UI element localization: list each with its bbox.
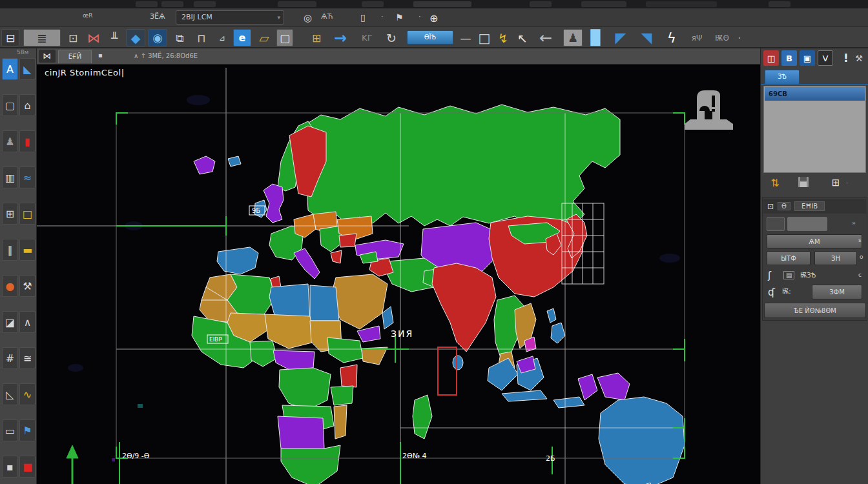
e-tool-icon[interactable]: e (233, 29, 251, 46)
titlebar-button[interactable] (161, 1, 183, 7)
sine-tool[interactable]: ∿ (19, 383, 36, 405)
polyline-icon[interactable]: ϟ (661, 29, 682, 46)
button-b[interactable]: ЗΗ (814, 251, 857, 265)
titlebar-button[interactable] (646, 1, 717, 7)
text-a-tool[interactable]: A (2, 58, 18, 80)
dot-tool[interactable]: ▪ (2, 456, 18, 478)
green-folder-icon[interactable]: ⊞ (307, 29, 326, 46)
bowtie-tab-icon[interactable]: ⋈ (39, 50, 56, 63)
box-pen-icon[interactable]: ⊞ (828, 175, 843, 190)
titlebar-button[interactable] (581, 1, 626, 7)
mini-select[interactable] (767, 217, 785, 231)
refresh-icon[interactable]: ↻ (381, 29, 402, 46)
panel-toggle-icon[interactable]: ⊟ (1, 29, 19, 46)
blue-b-icon[interactable]: B (781, 50, 797, 66)
panels-tool[interactable]: ▥ (2, 166, 18, 188)
folder-icon[interactable]: ⊡ (767, 202, 774, 211)
blue-doc-icon[interactable]: ▣ (800, 50, 815, 66)
hammer-tool[interactable]: ⚒ (19, 275, 36, 297)
home-tool[interactable]: ⌂ (19, 94, 36, 116)
chevron-up-tool[interactable]: ∧ (19, 311, 36, 333)
ribbon-icon[interactable]: ◥ (636, 29, 657, 46)
person-icon[interactable]: ♟ (563, 29, 583, 46)
mini-select[interactable] (787, 217, 827, 231)
world-map[interactable]: 9Б ЕΙΒР ЗИЯ 2Ѳ/9 -Ѳ 2Ѳ№ 4 2Б (37, 65, 760, 484)
toolbar-label[interactable]: ѬΘ (710, 29, 734, 46)
titlebar-button[interactable] (278, 1, 316, 7)
menu-item-a[interactable]: ѦЋ (321, 12, 333, 21)
bottom-wide-button[interactable]: ѢЕ ЍΘ№8ΘΜ (764, 303, 866, 318)
titlebar-button[interactable] (194, 1, 216, 7)
lightning-icon[interactable]: ↯ (495, 29, 512, 46)
wave-tool[interactable]: ≈ (19, 166, 36, 188)
layer-listbox[interactable]: 69CB (763, 86, 866, 173)
hand-icon[interactable]: ʠ (768, 287, 775, 298)
mountain-tool[interactable]: ◣ (19, 58, 36, 80)
selection-rectangle[interactable] (438, 347, 457, 395)
document-icon[interactable]: ⧉ (170, 29, 189, 46)
flag-tool[interactable]: ⚑ (19, 419, 36, 441)
pen-icon[interactable]: ʃ (768, 270, 771, 281)
cursor-icon[interactable]: ↖ (513, 29, 532, 46)
chevron-right-icon[interactable]: » (852, 219, 856, 227)
sphere-tool[interactable]: ● (2, 275, 18, 297)
bowtie-icon[interactable]: ⋈ (84, 29, 103, 46)
wide-button[interactable]: ѦΜ (767, 234, 862, 248)
blue-rect-icon[interactable]: ▉ (586, 29, 606, 46)
more-bullet[interactable]: · (846, 180, 848, 187)
level-tool[interactable]: ≅ (19, 347, 36, 369)
v-check-icon[interactable]: V (818, 50, 833, 66)
titlebar-button[interactable] (362, 1, 384, 7)
wrench-icon[interactable]: ⚒ (851, 50, 867, 66)
globe-icon[interactable]: ⊕ (429, 12, 438, 25)
layers-button[interactable]: ≣ (23, 29, 61, 46)
red-fill-tool[interactable]: ▮ (19, 130, 36, 152)
more-bullet[interactable]: · (736, 29, 743, 46)
corner-tool[interactable]: ◪ (2, 311, 18, 333)
minus-icon[interactable]: — (457, 29, 474, 46)
toolbar-label[interactable]: яΨ (686, 29, 708, 46)
map-view[interactable]: cinJR StonimCEol| (37, 65, 760, 484)
blue-arrow-icon[interactable]: → (329, 29, 352, 46)
red-grid-icon[interactable]: ◫ (763, 50, 779, 66)
yellow-bar-tool[interactable]: ▬ (19, 239, 36, 261)
selected-layer-row[interactable]: 69CB (765, 87, 865, 101)
triangle-tool[interactable]: ◺ (2, 383, 18, 405)
titlebar-button[interactable] (530, 1, 552, 7)
globe-clock-icon[interactable]: ◉ (148, 29, 167, 46)
hatch-tool[interactable]: ∥ (2, 239, 18, 261)
frame-tool[interactable]: ▢ (2, 94, 18, 116)
scale-dropdown[interactable]: 2BIJ LCM ▾ (176, 10, 284, 25)
document-tab[interactable]: ЕҒЙ (58, 50, 92, 63)
titlebar-button[interactable] (769, 1, 790, 7)
layers-tab[interactable]: ЗѢ (765, 70, 800, 84)
yellow-folder-icon[interactable]: ▱ (254, 29, 274, 46)
back-arrow-icon[interactable]: ← (535, 29, 557, 46)
glyph-buttons[interactable]: ΚΓ (355, 29, 378, 46)
map-countries[interactable] (192, 105, 685, 484)
theta-icon[interactable]: Ɵ (778, 202, 790, 210)
layer-combobox[interactable]: ѲЇѢ (407, 30, 453, 45)
button-c[interactable]: ЗФΜ (812, 285, 862, 299)
rect-tool[interactable]: ▭ (2, 419, 18, 441)
document-icon[interactable]: ▯ (360, 12, 366, 23)
chart-icon[interactable]: ╨ (106, 29, 123, 46)
folder-icon[interactable]: ⊡ (65, 29, 81, 46)
titlebar-button[interactable] (136, 1, 158, 7)
ribbon-icon[interactable]: ◤ (610, 29, 632, 46)
compass-icon[interactable]: ◎ (304, 12, 312, 24)
person-tool[interactable]: ♟ (2, 130, 18, 152)
bars-tool[interactable]: # (2, 347, 18, 369)
document-icon[interactable]: ⊿ (214, 29, 230, 46)
save-icon[interactable] (798, 177, 809, 187)
rectangle-tool-icon[interactable]: □ (475, 29, 493, 46)
grid-tool[interactable]: ⊞ (2, 203, 18, 225)
small-box-icon[interactable]: ▤ (783, 271, 794, 279)
document-icon[interactable]: ⊓ (192, 29, 211, 46)
red-square-tool[interactable]: ■ (19, 456, 36, 478)
flag-icon[interactable]: ⚑ (395, 12, 404, 23)
kite-icon[interactable]: ◆ (126, 29, 145, 46)
tab-note-icon[interactable]: ▪ (98, 52, 103, 59)
yellow-frame-tool[interactable]: □ (19, 203, 36, 225)
titlebar-button[interactable] (413, 1, 471, 7)
